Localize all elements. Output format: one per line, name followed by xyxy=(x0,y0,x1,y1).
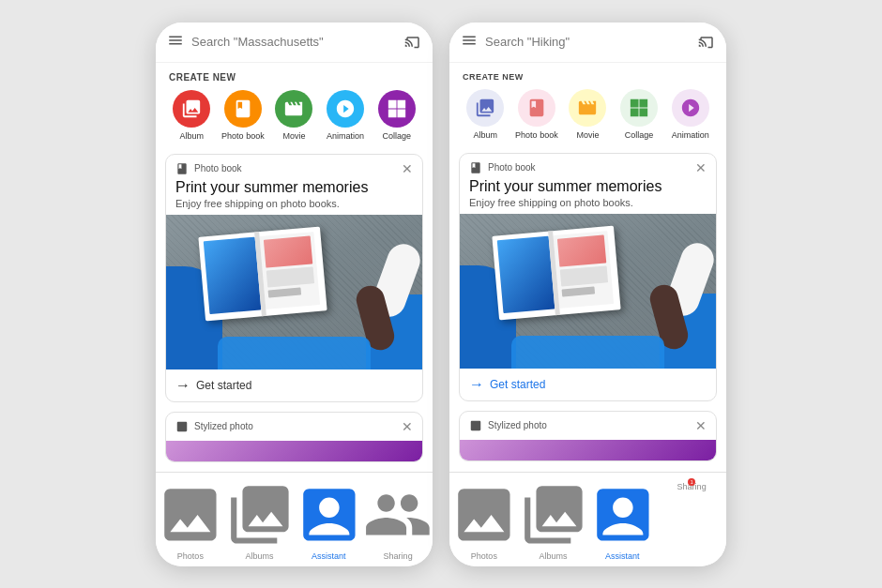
nav-assistant-icon-2 xyxy=(588,480,658,550)
nav-photos-icon-1 xyxy=(156,480,225,550)
cast-icon-1[interactable] xyxy=(404,32,421,53)
card-footer-arrow-1: → xyxy=(175,377,190,394)
sharing-badge-dot-2: 1 xyxy=(688,478,695,486)
card-close-2[interactable]: ✕ xyxy=(695,161,707,174)
nav-assistant-2[interactable]: Assistant xyxy=(588,473,658,566)
create-item-photobook-1[interactable]: Photo book xyxy=(220,90,266,141)
stylized-card-2: Stylized photo ✕ xyxy=(459,411,717,461)
nav-albums-2[interactable]: Albums xyxy=(519,473,588,566)
card-title-2: Print your summer memories xyxy=(460,178,716,197)
album-label-1: Album xyxy=(180,131,205,141)
movie-icon-circle-2 xyxy=(569,89,606,127)
nav-photos-label-2: Photos xyxy=(471,551,497,561)
card-header-left-2: Photo book xyxy=(469,161,536,174)
movie-icon-circle-1 xyxy=(275,90,312,128)
animation-label-2: Animation xyxy=(672,130,709,140)
photobook-label-2: Photo book xyxy=(515,130,558,140)
hamburger-icon-1[interactable] xyxy=(167,32,184,53)
card-subtitle-1: Enjoy free shipping on photo books. xyxy=(166,198,422,215)
album-icon-circle-2 xyxy=(466,89,504,127)
photobook-icon-circle-1 xyxy=(224,90,262,128)
create-item-movie-1[interactable]: Movie xyxy=(271,90,317,141)
create-new-label-1: Create new xyxy=(169,72,419,83)
create-item-animation-1[interactable]: Animation xyxy=(323,90,369,141)
hamburger-icon-2[interactable] xyxy=(461,32,478,53)
cast-icon-2[interactable] xyxy=(698,32,715,53)
card-title-1: Print your summer memories xyxy=(166,179,422,198)
search-bar-1 xyxy=(156,23,433,63)
search-input-2[interactable] xyxy=(485,35,691,49)
nav-photos-icon-2 xyxy=(449,480,519,550)
nav-assistant-1[interactable]: Assistant xyxy=(295,473,364,566)
photobook-label-1: Photo book xyxy=(221,131,265,141)
bottom-nav-2: Photos Albums Assistant 1 Sharing xyxy=(449,472,726,566)
create-icons-row-1: Album Photo book Movie xyxy=(169,90,419,141)
nav-photos-1[interactable]: Photos xyxy=(156,473,225,566)
search-input-1[interactable] xyxy=(191,35,397,49)
card-footer-1[interactable]: → Get started xyxy=(166,369,422,401)
card2-label-1: Stylized photo xyxy=(194,421,253,431)
nav-sharing-label-1: Sharing xyxy=(384,551,413,561)
create-new-section-2: CREATE NEW Album Photo book xyxy=(449,63,726,147)
animation-icon-circle-1 xyxy=(327,90,364,128)
card-footer-text-2: Get started xyxy=(490,378,545,391)
nav-albums-label-2: Albums xyxy=(540,551,568,561)
card-image-1 xyxy=(166,215,422,369)
create-item-collage-2[interactable]: Collage xyxy=(616,89,662,140)
card-subtitle-2: Enjoy free shipping on photo books. xyxy=(460,197,716,214)
create-item-album-1[interactable]: Album xyxy=(169,90,215,141)
card-close-1[interactable]: ✕ xyxy=(402,162,413,175)
create-item-album-2[interactable]: Album xyxy=(463,89,509,140)
photobook-card-2: Photo book ✕ Print your summer memories … xyxy=(459,153,717,401)
card-header-left-1: Photo book xyxy=(175,162,242,175)
nav-albums-icon-1 xyxy=(225,480,295,550)
create-item-movie-2[interactable]: Movie xyxy=(565,89,611,140)
card2-header-2: Stylized photo ✕ xyxy=(460,412,716,440)
collage-label-1: Collage xyxy=(382,131,411,141)
nav-albums-label-1: Albums xyxy=(246,551,274,561)
nav-assistant-icon-1 xyxy=(295,480,364,550)
nav-assistant-label-2: Assistant xyxy=(605,551,640,561)
animation-label-1: Animation xyxy=(327,131,364,141)
card-header-label-1: Photo book xyxy=(194,163,242,173)
photobook-card-1: Photo book ✕ Print your summer memories … xyxy=(165,154,423,402)
photobook-icon-circle-2 xyxy=(518,89,555,127)
nav-albums-1[interactable]: Albums xyxy=(225,473,295,566)
card2-image-peek-2 xyxy=(460,440,716,460)
card-header-2: Photo book ✕ xyxy=(460,154,716,178)
card2-icon-2 xyxy=(469,419,482,432)
card2-image-peek-1 xyxy=(166,441,422,461)
nav-sharing-2[interactable]: 1 Sharing xyxy=(657,473,726,566)
card2-close-2[interactable]: ✕ xyxy=(695,419,707,432)
create-icons-row-2: Album Photo book Movie xyxy=(463,89,713,140)
card-footer-2[interactable]: → Get started xyxy=(460,369,716,400)
create-item-collage-1[interactable]: Collage xyxy=(373,90,419,141)
card2-label-2: Stylized photo xyxy=(488,420,547,430)
card2-icon-1 xyxy=(175,420,189,433)
album-icon-circle-1 xyxy=(173,90,210,128)
nav-assistant-label-1: Assistant xyxy=(312,551,346,561)
nav-photos-label-1: Photos xyxy=(177,551,204,561)
scrollable-content-2: Photo book ✕ Print your summer memories … xyxy=(449,147,726,472)
create-new-section-1: Create new Album Photo book xyxy=(156,63,433,148)
card2-close-1[interactable]: ✕ xyxy=(402,420,413,433)
create-new-label-2: CREATE NEW xyxy=(463,72,713,82)
card2-header-1: Stylized photo ✕ xyxy=(166,413,422,441)
scrollable-content-1: Photo book ✕ Print your summer memories … xyxy=(156,148,433,472)
card-book-icon-2 xyxy=(469,161,482,174)
animation-icon-circle-2 xyxy=(672,89,709,127)
create-item-photobook-2[interactable]: Photo book xyxy=(514,89,560,140)
card2-header-left-1: Stylized photo xyxy=(175,420,253,433)
create-item-animation-2[interactable]: Animation xyxy=(667,89,713,140)
collage-icon-circle-1 xyxy=(378,90,416,128)
nav-sharing-1[interactable]: Sharing xyxy=(363,473,433,566)
phone-1: Create new Album Photo book xyxy=(156,23,433,566)
nav-photos-2[interactable]: Photos xyxy=(449,473,519,566)
collage-label-2: Collage xyxy=(625,130,654,140)
nav-sharing-icon-1 xyxy=(363,480,433,550)
card-header-1: Photo book ✕ xyxy=(166,155,422,179)
card-header-label-2: Photo book xyxy=(488,162,536,173)
album-label-2: Album xyxy=(474,130,498,140)
movie-label-1: Movie xyxy=(282,131,305,141)
search-bar-2 xyxy=(449,23,726,63)
